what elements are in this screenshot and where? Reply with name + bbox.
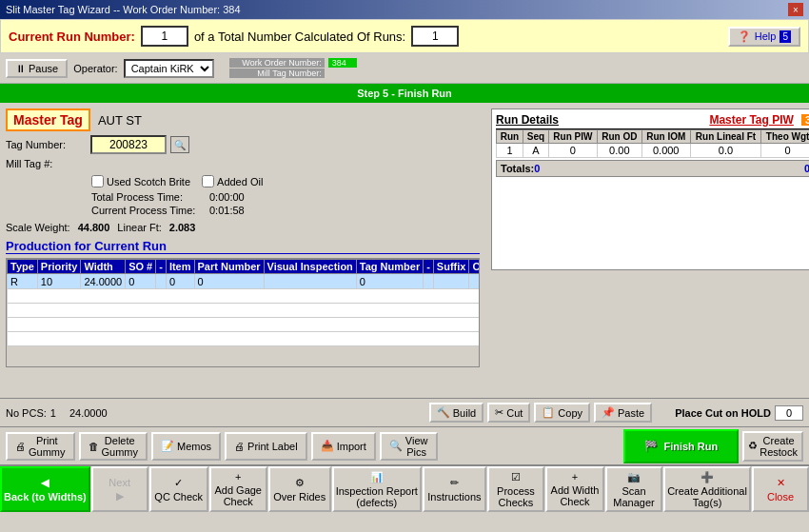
delete-gummy-label: Delete Gummy (102, 435, 139, 458)
delete-gummy-button[interactable]: 🗑 Delete Gummy (79, 432, 148, 461)
col-dash: - (156, 260, 167, 274)
wo-number-row: Work Order Number: 384 (229, 58, 357, 68)
added-oil-label: Added Oil (217, 176, 263, 187)
add-width-icon: + (572, 471, 578, 483)
scan-manager-button[interactable]: 📷 Scan Manager (605, 466, 662, 512)
copy-button[interactable]: 📋 Copy (534, 403, 590, 423)
current-run-input[interactable] (141, 26, 188, 47)
print-label-button[interactable]: 🖨 Print Label (225, 432, 307, 461)
next-button[interactable]: Next ▶ (91, 466, 148, 512)
step-bar: Step 5 - Finish Run (0, 84, 809, 103)
print-label-icon: 🖨 (234, 441, 245, 452)
scan-manager-icon: 📷 (627, 471, 641, 483)
cut-button[interactable]: ✂ Cut (487, 403, 530, 423)
aut-st-label: AUT ST (98, 113, 142, 128)
create-additional-tags-button[interactable]: ➕ Create Additional Tag(s) (663, 466, 751, 512)
view-pics-button[interactable]: 🔍 View Pics (380, 432, 438, 461)
cell-type: R (8, 274, 38, 289)
total-runs-input[interactable] (411, 26, 459, 47)
cut-label: Cut (506, 407, 523, 419)
cut-icon: ✂ (495, 406, 503, 419)
totals-label: Totals: (501, 163, 534, 174)
place-cut-value: 0 (775, 405, 803, 421)
create-restock-button[interactable]: ♻ Create Restock (742, 431, 803, 462)
table-row-empty (8, 304, 481, 318)
cell-width: 24.0000 (81, 274, 126, 289)
added-oil-checkbox[interactable] (202, 175, 214, 187)
scale-weight-label: Scale Weight: (6, 222, 70, 233)
run-table-row: 1 A 0 0.00 0.000 0.0 0 (497, 144, 810, 158)
copy-label: Copy (558, 407, 582, 419)
process-times: Total Process Time: 0:00:00 Current Proc… (91, 191, 480, 216)
print-gummy-button[interactable]: 🖨 Print Gummy (6, 432, 75, 461)
run-col-run: Run (497, 130, 523, 144)
totals-value2: 0 (804, 163, 809, 174)
title-bar-title: Slit Master Tag Wizard -- Work Order Num… (6, 4, 788, 15)
memos-button[interactable]: 📝 Memos (151, 432, 221, 461)
instructions-button[interactable]: ✏ Instructions (423, 466, 486, 512)
cell-priority: 10 (37, 274, 81, 289)
production-table-container[interactable]: Type Priority Width SO # - Item Part Num… (6, 258, 480, 367)
wo-info-block: Work Order Number: 384 Mill Tag Number: (229, 58, 357, 78)
run-cell-theowgt: 0 (761, 144, 809, 158)
view-pics-icon: 🔍 (389, 440, 403, 452)
overrides-icon: ⚙ (295, 477, 305, 489)
tag-number-input[interactable] (90, 135, 167, 154)
tag-number-label: Tag Number: (6, 139, 87, 150)
mill-tag-label: Mill Tag #: (6, 158, 87, 169)
import-button[interactable]: 📥 Import (311, 432, 376, 461)
run-table: Run Seq Run PIW Run OD Run IOM Run Linea… (496, 129, 809, 158)
scale-weight-value: 44.800 (78, 222, 110, 233)
paste-button[interactable]: 📌 Paste (594, 403, 652, 423)
step-label: Step 5 - Finish Run (357, 88, 452, 99)
build-button[interactable]: 🔨 Build (429, 403, 483, 423)
add-width-check-button[interactable]: + Add Width Check (545, 466, 604, 512)
process-checks-button[interactable]: ☑ Process Checks (487, 466, 544, 512)
checkboxes-row: Used Scotch Brite Added Oil (91, 175, 480, 187)
add-gage-check-button[interactable]: + Add Gage Check (209, 466, 267, 512)
build-label: Build (453, 407, 476, 419)
inspection-label: Inspection Report (defects) (336, 485, 418, 508)
back-to-widths-button[interactable]: ◀ Back (to Widths) (0, 466, 90, 512)
help-button[interactable]: ❓ Help 5 (728, 27, 800, 47)
left-panel: Master Tag AUT ST Tag Number: 🔍 Mill Tag… (0, 103, 485, 398)
scotch-brite-label: Used Scotch Brite (107, 176, 190, 187)
close-label: Close (767, 491, 794, 502)
no-pcs-value: 1 (50, 407, 56, 419)
linear-ft-label: Linear Ft: (117, 222, 161, 233)
process-checks-icon: ☑ (511, 471, 521, 483)
current-process-time-label: Current Process Time: (91, 205, 206, 216)
current-run-bar: Current Run Number: of a Total Number Ca… (0, 19, 809, 53)
cell-item: 0 (166, 274, 194, 289)
instructions-label: Instructions (427, 491, 481, 502)
scotch-brite-checkbox-item: Used Scotch Brite (91, 175, 190, 187)
inspection-report-button[interactable]: 📊 Inspection Report (defects) (332, 466, 422, 512)
scotch-brite-checkbox[interactable] (91, 175, 104, 187)
piw-value: 3 (801, 114, 809, 126)
back-label: Back (to Widths) (4, 491, 87, 502)
run-cell-lineal: 0.0 (690, 144, 761, 158)
col-priority: Priority (37, 260, 81, 274)
add-gage-label: Add Gage Check (214, 484, 262, 507)
add-width-label: Add Width Check (551, 484, 600, 507)
cell-suffix (433, 274, 469, 289)
operator-select[interactable]: Captain KiRK (124, 59, 214, 78)
run-cell-piw: 0 (548, 144, 597, 158)
close-icon: ✕ (777, 477, 785, 489)
close-window-button[interactable]: × (788, 3, 803, 16)
col-width: Width (81, 260, 126, 274)
finish-run-button[interactable]: 🏁 Finish Run (623, 429, 739, 463)
qc-check-button[interactable]: ✓ QC Check (149, 466, 208, 512)
finish-run-label: Finish Run (663, 441, 718, 452)
qc-check-icon: ✓ (174, 477, 183, 489)
master-tag-title: Master Tag (6, 108, 90, 131)
pause-icon: ⏸ (15, 63, 26, 74)
print-gummy-icon: 🖨 (15, 441, 26, 452)
overrides-label: Over Rides (273, 491, 326, 502)
tag-lookup-button[interactable]: 🔍 (170, 136, 189, 153)
pause-button[interactable]: ⏸ Pause (6, 59, 68, 78)
master-tag-piw-label: Master Tag PIW (709, 113, 793, 127)
close-button[interactable]: ✕ Close (752, 466, 809, 512)
totals-value1: 0 (534, 163, 540, 174)
overrides-button[interactable]: ⚙ Over Rides (268, 466, 331, 512)
